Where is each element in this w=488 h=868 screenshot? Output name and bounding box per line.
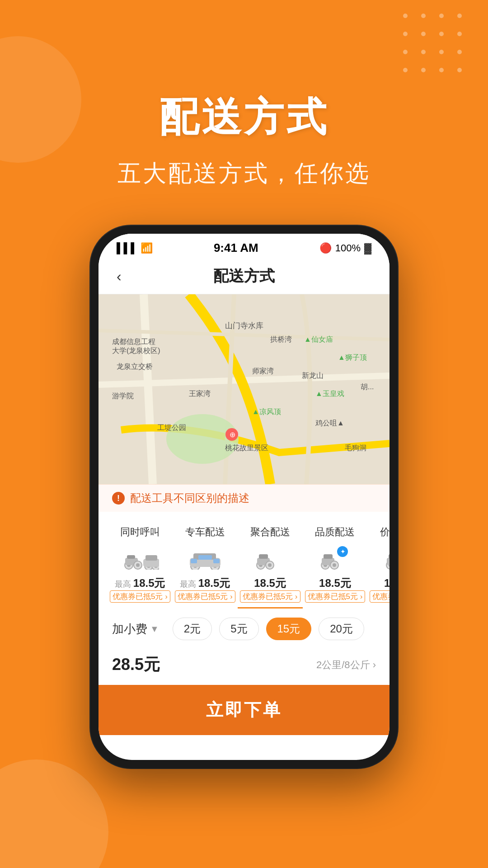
svg-text:拱桥湾: 拱桥湾 (270, 335, 292, 343)
sub-title: 五大配送方式，任你选 (0, 158, 488, 189)
signal-icon: ▌▌▌ 📶 (117, 242, 153, 254)
option-coupon-1: 优惠券已抵5元 › (110, 590, 170, 603)
svg-text:山门寺水库: 山门寺水库 (225, 321, 263, 330)
svg-rect-42 (198, 555, 212, 560)
svg-text:新龙山: 新龙山 (302, 372, 324, 379)
option-icon-4: ✦ (314, 544, 355, 571)
header-section: 配送方式 五大配送方式，任你选 (0, 0, 488, 189)
fee-option-5[interactable]: 5元 (219, 618, 258, 640)
svg-text:工堤公园: 工堤公园 (157, 424, 186, 431)
svg-point-54 (333, 563, 336, 567)
svg-text:成都信息工程: 成都信息工程 (112, 338, 155, 345)
option-title-3: 聚合配送 (250, 525, 290, 539)
svg-text:▲仙女庙: ▲仙女庙 (304, 335, 333, 343)
option-price-1: 最高 18.5元 (115, 576, 165, 590)
alert-icon: ! (112, 492, 125, 505)
option-title-4: 品质配送 (315, 525, 355, 539)
total-row: 28.5元 2公里/8公斤 › (99, 649, 389, 685)
battery-icon: ▓ (364, 242, 371, 254)
alert-text: 配送工具不同区别的描述 (130, 491, 249, 505)
back-button[interactable]: ‹ (117, 268, 122, 285)
alert-bar: ! 配送工具不同区别的描述 (99, 484, 389, 512)
option-price-3: 18.5元 (254, 576, 286, 590)
option-title-2: 专车配送 (185, 525, 225, 539)
svg-rect-40 (191, 559, 197, 563)
svg-text:游学院: 游学院 (112, 392, 134, 400)
deco-circle-bottomleft (0, 760, 108, 868)
svg-text:毛狗洞: 毛狗洞 (345, 444, 366, 452)
svg-text:▲狮子顶: ▲狮子顶 (338, 354, 367, 361)
phone-outer: ▌▌▌ 📶 9:41 AM 🔴 100% ▓ ‹ 配送方式 (90, 226, 398, 768)
status-time: 9:41 AM (214, 241, 258, 255)
svg-rect-41 (213, 559, 220, 563)
options-row: 同时呼叫 (108, 521, 380, 609)
main-title: 配送方式 (0, 90, 488, 144)
svg-point-48 (268, 563, 272, 567)
option-dedicated[interactable]: 专车配送 (173, 521, 238, 609)
svg-text:师家湾: 师家湾 (252, 367, 274, 375)
svg-rect-33 (145, 555, 157, 561)
battery-text: 100% (335, 242, 361, 254)
total-price: 28.5元 (112, 654, 160, 676)
delivery-options: 同时呼叫 (99, 512, 389, 609)
status-right: 🔴 100% ▓ (319, 242, 371, 254)
status-bar: ▌▌▌ 📶 9:41 AM 🔴 100% ▓ (99, 234, 389, 259)
option-price-4: 18.5元 (319, 576, 351, 590)
fee-option-15[interactable]: 15元 (266, 618, 312, 640)
option-combined[interactable]: 聚合配送 18.5元 (238, 521, 303, 609)
option-icon-3 (250, 544, 291, 571)
option-title-1: 同时呼叫 (120, 525, 160, 539)
extra-fee-row: 加小费 ▼ 2元 5元 15元 20元 (99, 609, 389, 649)
nav-bar: ‹ 配送方式 (99, 259, 389, 294)
extra-fee-label: 加小费 ▼ (112, 621, 159, 637)
option-coupon-3: 优惠券已抵5元 › (240, 590, 300, 603)
option-simultaneous[interactable]: 同时呼叫 (108, 521, 173, 609)
svg-text:胡...: 胡... (361, 383, 374, 391)
svg-text:▲凉风顶: ▲凉风顶 (252, 408, 281, 415)
svg-text:鸡公咀▲: 鸡公咀▲ (315, 419, 344, 427)
map-svg: 成都信息工程 大学(龙泉校区) 龙泉立交桥 山门寺水库 ▲仙女庙 ▲狮子顶 游学… (99, 294, 389, 484)
svg-rect-25 (127, 555, 135, 559)
extra-fee-text: 加小费 (112, 621, 147, 637)
phone-wrapper: ▌▌▌ 📶 9:41 AM 🔴 100% ▓ ‹ 配送方式 (0, 226, 488, 768)
option-icon-2 (185, 544, 225, 571)
option-icon-1 (120, 544, 160, 571)
svg-text:桃花故里景区: 桃花故里景区 (225, 444, 268, 452)
svg-rect-46 (259, 554, 268, 559)
fee-option-2[interactable]: 2元 (173, 618, 212, 640)
option-coupon-4: 优惠券已抵5元 › (305, 590, 366, 603)
option-icon-5: $ (380, 544, 389, 571)
svg-text:王家湾: 王家湾 (189, 390, 211, 397)
svg-text:大学(龙泉校区): 大学(龙泉校区) (112, 347, 160, 354)
order-button[interactable]: 立即下单 (99, 685, 389, 735)
svg-rect-52 (324, 554, 333, 559)
svg-rect-59 (387, 558, 389, 565)
option-coupon-2: 优惠券已抵5元 › (175, 590, 235, 603)
svg-point-27 (136, 563, 140, 567)
option-quality[interactable]: 品质配送 ✦ (303, 521, 368, 609)
total-info: 2公里/8公斤 › (316, 658, 376, 672)
phone-inner: ▌▌▌ 📶 9:41 AM 🔴 100% ▓ ‹ 配送方式 (99, 234, 389, 760)
map-area: 成都信息工程 大学(龙泉校区) 龙泉立交桥 山门寺水库 ▲仙女庙 ▲狮子顶 游学… (99, 294, 389, 484)
option-title-5: 价格优先 (380, 525, 389, 539)
nav-title: 配送方式 (213, 266, 275, 287)
extra-fee-dropdown-icon: ▼ (150, 624, 159, 634)
svg-text:▲玉皇戏: ▲玉皇戏 (315, 390, 344, 397)
fee-option-20[interactable]: 20元 (319, 618, 364, 640)
svg-text:✦: ✦ (340, 548, 346, 555)
option-price-2: 最高 18.5元 (180, 576, 230, 590)
option-coupon-5: 优惠券已抵5元 › (370, 590, 389, 603)
svg-text:⊕: ⊕ (230, 431, 235, 439)
bluetooth-icon: 🔴 (319, 242, 332, 254)
svg-text:龙泉立交桥: 龙泉立交桥 (117, 363, 153, 370)
fee-options: 2元 5元 15元 20元 (173, 618, 364, 640)
option-price-first[interactable]: 价格优先 $ (367, 521, 389, 609)
option-price-5: 18.5元 (384, 576, 389, 590)
